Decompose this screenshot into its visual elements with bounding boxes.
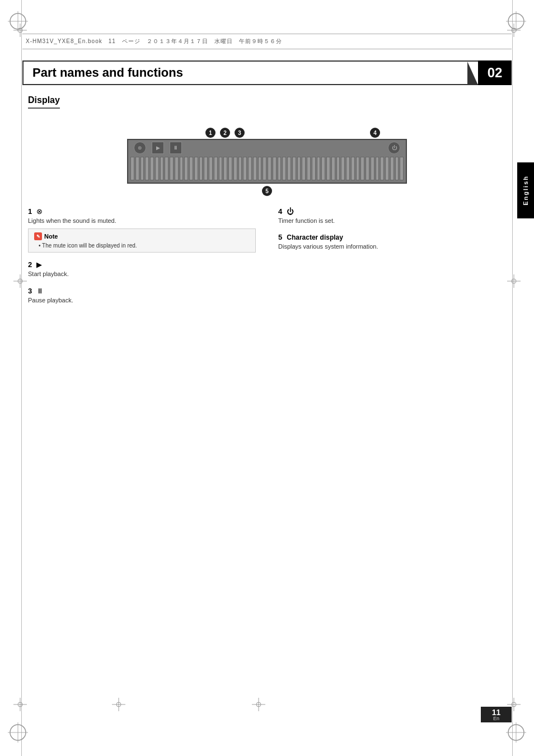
desc-text-1: Lights when the sound is muted. [28,217,256,225]
crosshair-bottom-left [13,698,27,711]
language-side-tab: English [517,162,534,218]
chapter-header: Part names and functions 02 [22,60,512,85]
circle-top-right [506,11,526,34]
circle-top-left [8,11,28,34]
main-content: Display 1 2 3 4 [28,95,506,312]
crosshair-mid-left [13,274,27,288]
desc-text-2: Start playback. [28,270,256,278]
lcd-top-row: ⊗ ▶ ⏸ ⏻ [128,140,406,156]
chapter-number-box: 02 [478,60,512,85]
desc-header-4: 4 ⏻ [278,207,506,216]
right-border [512,0,513,756]
desc-header-5: 5 Character display [278,233,506,241]
right-descriptions: 4 ⏻ Timer function is set. 5 Character d… [278,207,506,312]
chapter-title-box: Part names and functions [22,60,478,85]
circle-bottom-right [506,722,526,745]
desc-num-4: 4 [278,207,282,216]
crosshair-mid-bottom-left [112,698,125,711]
desc-num-2: 2 [28,260,32,269]
desc-text-4: Timer function is set. [278,217,506,225]
note-header: ✎ Note [34,232,250,240]
desc-header-2: 2 ▶ [28,260,256,269]
desc-item-1: 1 ⊗ Lights when the sound is muted. ✎ No… [28,207,256,253]
indicator-4: 4 [370,128,380,138]
desc-header-1: 1 ⊗ [28,207,256,216]
mute-icon-display: ⊗ [134,142,146,154]
crosshair-mid-bottom-center [252,698,265,711]
crosshair-mid-right [507,274,521,288]
page-number-box: 11 En [481,707,512,722]
note-label: Note [44,233,58,240]
circle-bottom-left [8,722,28,745]
desc-num-1: 1 [28,207,32,216]
left-descriptions: 1 ⊗ Lights when the sound is muted. ✎ No… [28,207,256,312]
char-display-title: Character display [287,234,343,241]
lcd-display: ⊗ ▶ ⏸ ⏻ [127,139,407,184]
timer-icon-label: ⏻ [287,207,294,216]
play-icon-display: ▶ [152,142,164,154]
descriptions-grid: 1 ⊗ Lights when the sound is muted. ✎ No… [28,207,506,312]
note-box-1: ✎ Note • The mute icon will be displayed… [28,228,256,253]
desc-text-5: Displays various system information. [278,242,506,251]
display-section-title: Display [28,95,60,109]
page-lang: En [493,716,499,721]
indicator-2: 2 [220,128,230,138]
display-panel-container: 1 2 3 4 ⊗ ▶ ⏸ ⏻ [28,122,506,196]
desc-num-3: 3 [28,287,32,295]
desc-item-3: 3 ⏸ Pause playback. [28,287,256,305]
note-icon: ✎ [34,232,42,240]
pause-icon-display: ⏸ [170,142,182,154]
desc-item-5: 5 Character display Displays various sys… [278,233,506,251]
header-text: X-HM31V_YXE8_En.book 11 ページ ２０１３年４月１７日 水… [26,38,282,45]
desc-item-2: 2 ▶ Start playback. [28,260,256,278]
desc-text-3: Pause playback. [28,296,256,305]
indicator-3: 3 [235,128,245,138]
character-display-area [128,156,406,183]
mute-icon-label: ⊗ [36,207,43,216]
left-border [21,0,22,756]
desc-item-4: 4 ⏻ Timer function is set. [278,207,506,225]
indicator-5: 5 [262,186,272,196]
page-number: 11 [492,708,501,716]
indicator-1: 1 [205,128,216,138]
timer-icon-display: ⏻ [388,142,400,154]
side-tab-label: English [522,175,529,206]
pause-icon-label: ⏸ [36,287,44,295]
desc-num-5: 5 [278,233,282,241]
desc-header-3: 3 ⏸ [28,287,256,295]
header-strip: X-HM31V_YXE8_En.book 11 ページ ２０１３年４月１７日 水… [22,34,512,49]
chapter-title: Part names and functions [32,66,183,80]
play-icon-label: ▶ [36,260,42,269]
note-bullet-1: • The mute icon will be displayed in red… [39,242,250,249]
chapter-number: 02 [488,65,503,81]
